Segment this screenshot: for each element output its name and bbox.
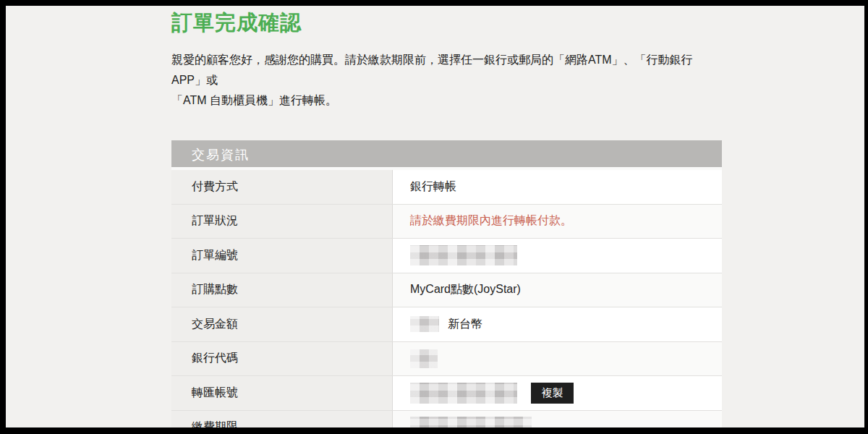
table-header: 交易資訊	[171, 140, 722, 170]
row-value-cell	[393, 239, 722, 273]
redacted-value	[410, 417, 532, 427]
table-row: 交易金額新台幣	[171, 307, 722, 342]
row-label: 訂單狀況	[171, 205, 393, 239]
table-row: 轉匯帳號複製	[171, 376, 722, 411]
intro-line-2: 「ATM 自動櫃員機」進行轉帳。	[171, 90, 722, 111]
row-value-cell: 新台幣	[393, 307, 722, 341]
row-label: 付費方式	[171, 170, 393, 204]
main-column: 訂單完成確認 親愛的顧客您好，感謝您的購買。請於繳款期限前，選擇任一銀行或郵局的…	[171, 6, 722, 427]
content-area: 訂單完成確認 親愛的顧客您好，感謝您的購買。請於繳款期限前，選擇任一銀行或郵局的…	[6, 6, 864, 427]
redacted-value	[410, 316, 439, 332]
row-label: 繳費期限	[171, 411, 393, 428]
row-value: 銀行轉帳	[410, 179, 456, 195]
table-row: 訂購點數MyCard點數(JoyStar)	[171, 273, 722, 308]
redacted-value	[410, 349, 438, 368]
row-value: 新台幣	[448, 317, 482, 332]
row-label: 訂購點數	[171, 273, 393, 307]
order-confirmation-page: { "page": { "title": "訂單完成確認", "intro_li…	[0, 0, 868, 434]
redacted-value	[410, 245, 517, 265]
table-row: 付費方式銀行轉帳	[171, 170, 722, 205]
row-label: 交易金額	[171, 307, 393, 341]
row-value-cell	[393, 342, 722, 376]
row-label: 轉匯帳號	[171, 376, 393, 410]
row-value: 請於繳費期限內進行轉帳付款。	[410, 213, 572, 229]
redacted-value	[410, 383, 517, 404]
copy-button[interactable]: 複製	[531, 383, 574, 404]
transaction-info-table: 交易資訊 付費方式銀行轉帳訂單狀況請於繳費期限內進行轉帳付款。訂單編號訂購點數M…	[171, 140, 722, 427]
row-value-cell	[393, 411, 722, 428]
intro-text: 親愛的顧客您好，感謝您的購買。請於繳款期限前，選擇任一銀行或郵局的「網路ATM」…	[171, 50, 722, 111]
table-row: 繳費期限	[171, 411, 722, 428]
intro-line-1: 親愛的顧客您好，感謝您的購買。請於繳款期限前，選擇任一銀行或郵局的「網路ATM」…	[171, 50, 722, 90]
table-row: 銀行代碼	[171, 342, 722, 377]
table-body: 付費方式銀行轉帳訂單狀況請於繳費期限內進行轉帳付款。訂單編號訂購點數MyCard…	[171, 170, 722, 427]
row-label: 銀行代碼	[171, 342, 393, 376]
row-value-cell: MyCard點數(JoyStar)	[393, 273, 722, 307]
row-value-cell: 銀行轉帳	[393, 170, 722, 204]
table-row: 訂單狀況請於繳費期限內進行轉帳付款。	[171, 205, 722, 239]
table-row: 訂單編號	[171, 239, 722, 273]
row-value-cell: 複製	[393, 376, 722, 410]
page-title: 訂單完成確認	[171, 9, 722, 36]
row-value-cell: 請於繳費期限內進行轉帳付款。	[393, 205, 722, 239]
row-value: MyCard點數(JoyStar)	[410, 282, 521, 297]
row-label: 訂單編號	[171, 239, 393, 273]
